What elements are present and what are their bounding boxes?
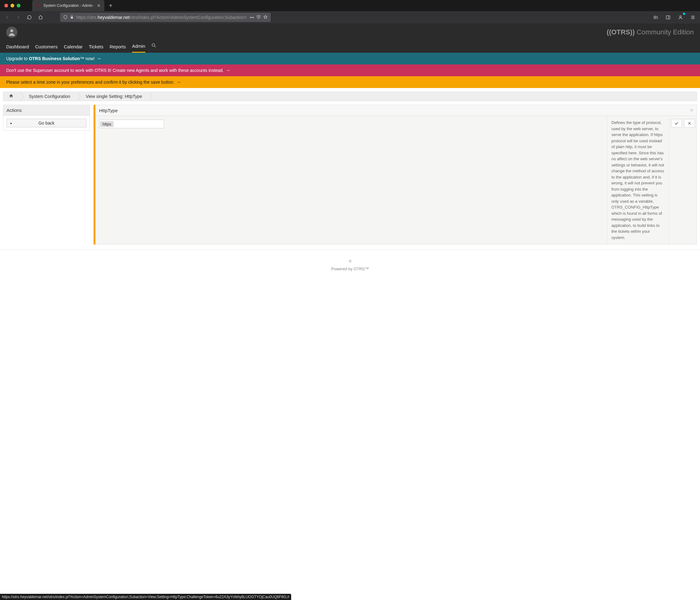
go-back-button[interactable]: ◂ Go back: [6, 119, 86, 127]
arrow-right-icon: →: [97, 56, 102, 62]
browser-chrome: ✳ System Configuration - Admin · ✕ + ht: [0, 0, 700, 24]
breadcrumb-home[interactable]: [3, 92, 20, 101]
actions-title: Actions: [3, 105, 90, 116]
user-avatar[interactable]: [6, 27, 17, 38]
nav-dashboard[interactable]: Dashboard: [6, 42, 29, 52]
nav-admin[interactable]: Admin: [132, 41, 145, 53]
tab-close-icon[interactable]: ✕: [97, 3, 101, 8]
breadcrumb: System Configuration View single Setting…: [3, 92, 697, 101]
banner-timezone[interactable]: Please select a time zone in your prefer…: [0, 76, 700, 88]
setting-description: Defines the type of protocol, used by th…: [607, 116, 669, 244]
setting-value-input[interactable]: https: [99, 120, 164, 128]
notification-dot-icon: [683, 13, 685, 15]
caret-left-icon: ◂: [10, 121, 12, 125]
account-icon[interactable]: [676, 13, 684, 21]
save-button[interactable]: [671, 119, 682, 128]
lock-icon[interactable]: [70, 15, 74, 20]
setting-value-chip: https: [100, 121, 114, 127]
reload-button[interactable]: [25, 13, 33, 21]
app-header: ((OTRS)) Community Edition Dashboard Cus…: [0, 24, 700, 53]
tracking-protection-icon[interactable]: [63, 15, 68, 20]
back-button[interactable]: [3, 13, 11, 21]
arrow-right-icon: →: [225, 68, 230, 73]
content-area: Actions ◂ Go back HttpType ≡ https: [0, 105, 700, 249]
toolbar-right-icons: [652, 13, 697, 21]
go-back-label: Go back: [39, 121, 54, 125]
setting-panel: HttpType ≡ https Defines the type of pro…: [95, 105, 697, 244]
window-controls: [0, 4, 25, 7]
library-icon[interactable]: [652, 13, 660, 21]
new-tab-button[interactable]: +: [104, 2, 117, 9]
nav-calendar[interactable]: Calendar: [64, 42, 83, 52]
setting-menu-icon[interactable]: ≡: [690, 107, 693, 113]
window-minimize-button[interactable]: [10, 4, 14, 7]
svg-point-1: [679, 16, 681, 17]
breadcrumb-sysconfig[interactable]: System Configuration: [20, 92, 77, 101]
main-area: HttpType ≡ https Defines the type of pro…: [94, 105, 697, 244]
svg-point-3: [152, 44, 155, 47]
tab-title: System Configuration - Admin ·: [43, 3, 95, 8]
nav-tickets[interactable]: Tickets: [89, 42, 103, 52]
arrow-right-icon: →: [176, 79, 181, 85]
svg-rect-0: [666, 16, 670, 19]
banner-upgrade[interactable]: Upgrade to OTRS Business Solution™ now! …: [0, 53, 700, 65]
banner-superuser-text: Don't use the Superuser account to work …: [6, 68, 224, 73]
window-close-button[interactable]: [4, 4, 8, 7]
browser-tab[interactable]: ✳ System Configuration - Admin · ✕: [32, 0, 104, 11]
home-button[interactable]: [36, 13, 45, 21]
forward-button[interactable]: [14, 13, 22, 21]
setting-value-area: https: [95, 116, 607, 244]
page-actions-icon[interactable]: •••: [250, 15, 254, 20]
setting-actions: [669, 116, 697, 244]
banner-timezone-text: Please select a time zone in your prefer…: [6, 80, 174, 85]
setting-title: HttpType: [99, 108, 118, 113]
main-nav: Dashboard Customers Calendar Tickets Rep…: [0, 38, 700, 53]
banner-upgrade-text: Upgrade to OTRS Business Solution™ now!: [6, 56, 95, 61]
browser-titlebar: ✳ System Configuration - Admin · ✕ +: [0, 0, 700, 11]
close-icon: [688, 121, 691, 125]
sidebar-toggle-icon[interactable]: [664, 13, 672, 21]
cancel-button[interactable]: [684, 119, 695, 128]
browser-toolbar: https://otrs.heyvaldemar.net/otrs/index.…: [0, 11, 700, 24]
nav-reports[interactable]: Reports: [110, 42, 126, 52]
bookmark-icon[interactable]: [263, 15, 268, 20]
tab-favicon-icon: ✳: [36, 3, 41, 8]
nav-customers[interactable]: Customers: [35, 42, 58, 52]
pocket-icon[interactable]: [256, 15, 261, 20]
url-bar[interactable]: https://otrs.heyvaldemar.net/otrs/index.…: [60, 13, 271, 22]
sidebar: Actions ◂ Go back: [3, 105, 90, 244]
svg-point-2: [10, 29, 13, 32]
breadcrumb-current: View single Setting: HttpType: [77, 92, 149, 101]
footer-logo-icon: ✳: [0, 258, 700, 265]
footer: ✳ Powered by OTRS™: [0, 250, 700, 284]
check-icon: [674, 121, 679, 125]
app-menu-icon[interactable]: [689, 13, 697, 21]
home-icon: [9, 94, 13, 98]
url-text: https://otrs.heyvaldemar.net/otrs/index.…: [76, 15, 247, 20]
app-brand: ((OTRS)) Community Edition: [607, 28, 694, 36]
window-maximize-button[interactable]: [17, 4, 21, 7]
footer-text: Powered by OTRS™: [0, 266, 700, 271]
search-icon[interactable]: [151, 43, 156, 50]
actions-panel: Actions ◂ Go back: [3, 105, 90, 131]
banner-superuser[interactable]: Don't use the Superuser account to work …: [0, 65, 700, 76]
